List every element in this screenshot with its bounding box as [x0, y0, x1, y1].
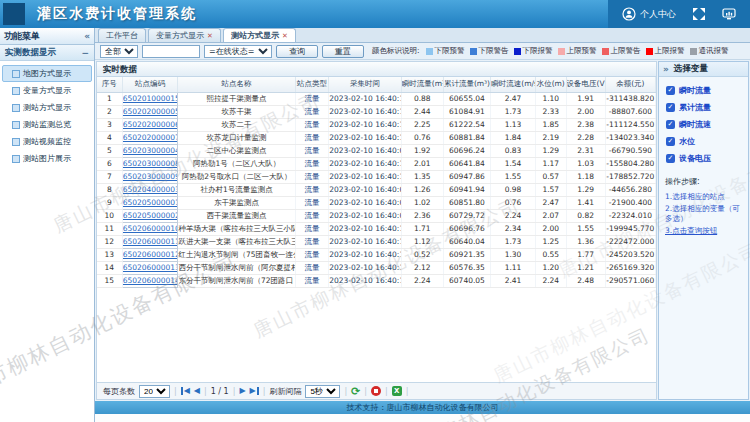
station-code-link[interactable]: 650203000004 [123, 146, 178, 155]
variable-checkbox-item[interactable]: ✓设备电压 [659, 150, 748, 167]
cell-time: 2023-02-10 16:40:09 [329, 144, 402, 157]
monitor-dashboard-icon[interactable] [722, 7, 736, 21]
reset-button[interactable]: 重置 [322, 45, 364, 58]
query-button[interactable]: 查询 [276, 45, 318, 58]
tab-station-display[interactable]: 测站方式显示 ✕ [223, 28, 296, 42]
table-row: 15650206000014东分干节制闸泄水闸前（72团路口，煤矿德瑞站附近）流… [97, 274, 656, 287]
cell-type: 流量 [295, 196, 329, 209]
cell-total: 60881.84 [443, 131, 490, 144]
cell-code: 650203000004 [122, 144, 178, 157]
compress-window-icon[interactable] [692, 7, 706, 21]
cell-balance: -265169.320 [605, 261, 655, 274]
variable-checkbox-item[interactable]: ✓瞬时流量 [659, 82, 748, 99]
legend-label: 下限警告 [479, 46, 509, 56]
cell-time: 2023-02-10 16:40:14 [329, 235, 402, 248]
sidebar-item[interactable]: 测站方式显示 [2, 99, 92, 116]
station-code-link[interactable]: 650203000008 [123, 159, 178, 168]
operation-step: 3.点击查询按钮 [665, 226, 742, 235]
cell-no: 13 [97, 248, 122, 261]
sidebar-item[interactable]: 测站监测总览 [2, 116, 92, 133]
area-select[interactable]: 全部 [100, 45, 138, 58]
per-page-select[interactable]: 20 [139, 385, 170, 398]
sidebar-collapse-icon[interactable]: « [84, 31, 90, 41]
panel-collapse-icon[interactable]: » [663, 64, 669, 74]
legend-label: 下限报警 [523, 46, 553, 56]
checkbox-checked-icon[interactable]: ✓ [666, 137, 675, 146]
station-code-link[interactable]: 650201000015 [123, 94, 178, 103]
keyword-input[interactable] [142, 45, 200, 58]
refresh-interval-select[interactable]: 5秒 [305, 385, 340, 398]
variable-checkbox-item[interactable]: ✓累计流量 [659, 99, 748, 116]
legend-swatch-icon [426, 48, 433, 55]
station-code-link[interactable]: 650206000012 [123, 250, 178, 259]
checkbox-checked-icon[interactable]: ✓ [666, 86, 675, 95]
cell-total: 60947.86 [443, 170, 490, 183]
station-code-link[interactable]: 650204000003 [123, 185, 178, 194]
cell-voltage: 1.03 [566, 157, 605, 170]
table-row: 13650206000012红土沟退水节制闸（75团畜牧一连公路农场闸）流量20… [97, 248, 656, 261]
last-page-icon[interactable]: ▶ [250, 387, 259, 395]
station-code-link[interactable]: 650205000002 [123, 211, 178, 220]
cell-code: 650206000011 [122, 235, 178, 248]
column-header: 累计流量(m³) [443, 77, 490, 92]
checkbox-checked-icon[interactable]: ✓ [666, 103, 675, 112]
cell-flow: 1.12 [401, 235, 443, 248]
cell-no: 15 [97, 274, 122, 287]
close-icon[interactable]: ✕ [207, 32, 213, 40]
sidebar-item[interactable]: 地图方式显示 [2, 65, 92, 82]
cell-type: 流量 [295, 92, 329, 105]
cell-voltage: 1.55 [566, 222, 605, 235]
checkbox-checked-icon[interactable]: ✓ [666, 120, 675, 129]
next-page-icon[interactable]: ▶ [239, 387, 245, 395]
cell-total: 60576.35 [443, 261, 490, 274]
checkbox-checked-icon[interactable]: ✓ [666, 154, 675, 163]
variable-checkbox-item[interactable]: ✓瞬时流速 [659, 116, 748, 133]
sidebar-item[interactable]: 变量方式显示 [2, 82, 92, 99]
status-select[interactable]: =在线状态= [204, 45, 272, 58]
cell-name: 坎苏龙口计量监测 [178, 131, 295, 144]
station-code-link[interactable]: 650206000010 [123, 224, 178, 233]
legend-label: 上限报警 [655, 46, 685, 56]
cell-flow: 0.52 [401, 248, 443, 261]
variable-label: 瞬时流速 [679, 119, 711, 130]
station-code-link[interactable]: 650206000014 [123, 276, 178, 285]
station-code-link[interactable]: 650206000013 [123, 263, 178, 272]
tab-variable-display[interactable]: 变量方式显示 ✕ [148, 28, 221, 42]
group-collapse-icon[interactable]: − [81, 48, 89, 58]
station-code-link[interactable]: 650205000001 [123, 198, 178, 207]
first-page-icon[interactable]: ◀ [181, 387, 190, 395]
station-code-link[interactable]: 650206000011 [123, 237, 178, 246]
tab-workspace[interactable]: 工作平台 [98, 28, 146, 42]
cell-level: 0.55 [535, 248, 566, 261]
user-center-button[interactable]: 个人中心 [622, 7, 676, 21]
close-icon[interactable]: ✕ [282, 32, 288, 40]
legend-swatch-icon [558, 48, 565, 55]
prev-page-icon[interactable]: ◀ [194, 387, 200, 395]
cell-level: 2.47 [535, 196, 566, 209]
cell-level: 1.29 [535, 144, 566, 157]
sidebar-item-label: 测站方式显示 [23, 102, 71, 113]
stop-refresh-icon[interactable] [371, 386, 381, 396]
cell-level: 2.24 [535, 274, 566, 287]
cell-speed: 0.76 [491, 196, 536, 209]
station-code-link[interactable]: 650202000006 [123, 120, 178, 129]
refresh-icon[interactable]: ⟳ [351, 386, 360, 397]
variable-checkbox-item[interactable]: ✓水位 [659, 133, 748, 150]
station-code-link[interactable]: 650203000009 [123, 172, 178, 181]
grid-icon [12, 104, 20, 112]
export-excel-icon[interactable]: X [392, 386, 402, 396]
station-data-table: 序号站点编码站点名称站点类型采集时间瞬时流量(m³/h)累计流量(m³)瞬时流速… [97, 77, 656, 288]
column-header: 瞬时流速(m/s) [491, 77, 536, 92]
column-header: 站点类型 [295, 77, 329, 92]
station-code-link[interactable]: 650202000005 [123, 107, 178, 116]
pagination-bar: 每页条数 20 | ◀ ◀ | 1 / 1 | ▶ ▶ | 刷新间隔 5秒 [97, 382, 656, 399]
cell-code: 650201000015 [122, 92, 178, 105]
sidebar-group[interactable]: 实测数据显示 − [0, 45, 94, 61]
sidebar-item[interactable]: 测站图片展示 [2, 150, 92, 167]
cell-no: 2 [97, 105, 122, 118]
page-info: 1 / 1 [211, 387, 229, 396]
sidebar-item[interactable]: 测站视频监控 [2, 133, 92, 150]
cell-no: 8 [97, 183, 122, 196]
station-code-link[interactable]: 650202000007 [123, 133, 178, 142]
cell-flow: 1.35 [401, 170, 443, 183]
